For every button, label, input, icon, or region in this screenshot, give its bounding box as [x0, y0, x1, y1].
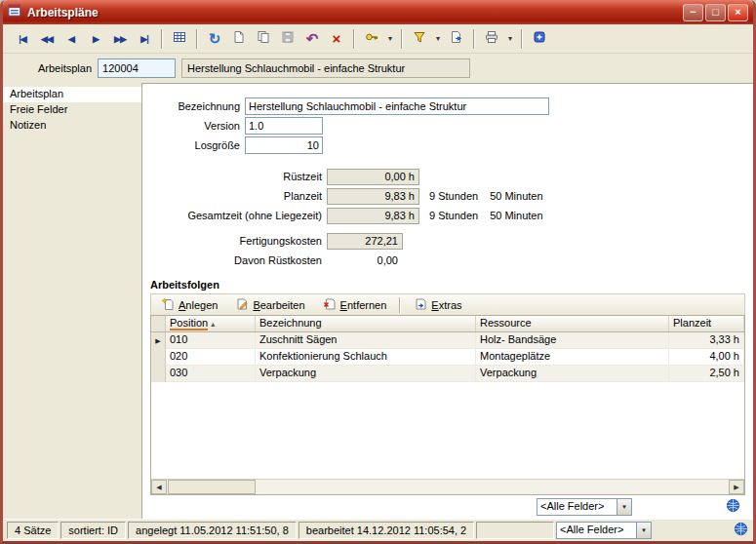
column-header-planzeit[interactable]: Planzeit [669, 316, 744, 331]
status-help-button[interactable] [732, 522, 749, 539]
key-button[interactable] [360, 27, 383, 51]
save-button[interactable] [276, 27, 299, 51]
bezeichnung-input[interactable] [245, 97, 549, 115]
refresh-button[interactable]: ↻ [203, 27, 226, 51]
new-document-icon [232, 30, 246, 47]
extras-button[interactable]: Extras [406, 295, 469, 314]
gesamtzeit-row: Gesamtzeit (ohne Liegezeit) 9,83 h 9 Stu… [150, 207, 745, 224]
minimize-button[interactable]: − [683, 4, 703, 21]
table-row[interactable]: 020 Konfektionierung Schlauch Montageplä… [151, 349, 744, 366]
sidebar-item-freie-felder[interactable]: Freie Felder [3, 102, 141, 118]
field-filter-dropdown-button[interactable]: ▾ [617, 499, 631, 515]
status-filter-dropdown-button[interactable]: ▾ [636, 523, 651, 538]
main-panel: Bezeichnung Version Losgröße Rüstzeit 0,… [141, 83, 753, 519]
module-button[interactable] [528, 27, 551, 51]
print-dropdown-button[interactable]: ▾ [504, 27, 516, 51]
table-empty-area [151, 382, 744, 479]
copy-record-button[interactable] [252, 27, 275, 51]
scrollbar-thumb[interactable] [168, 480, 256, 494]
anlegen-button[interactable]: Anlegen [153, 295, 225, 314]
arbeitsplan-number-input[interactable] [98, 58, 176, 78]
spacer [654, 522, 730, 539]
bearbeiten-label: Bearbeiten [253, 299, 304, 311]
nav-next-icon: ▶ [93, 34, 99, 44]
maximize-button[interactable]: □ [705, 4, 726, 21]
status-filter-value: <Alle Felder> [557, 523, 636, 538]
new-record-button[interactable] [227, 27, 251, 51]
delete-button[interactable]: × [325, 27, 348, 51]
filter-dropdown-button[interactable]: ▾ [432, 27, 444, 51]
window-body: Arbeitsplan Freie Felder Notizen Bezeich… [3, 83, 753, 519]
gesamtzeit-value: 9,83 h [327, 208, 419, 224]
row-marker-gutter [151, 366, 166, 382]
scroll-right-button[interactable]: ▶ [729, 480, 744, 494]
titlebar[interactable]: Arbeitspläne − □ × [3, 0, 753, 24]
export-button[interactable] [445, 27, 468, 51]
field-filter-combo[interactable]: <Alle Felder> ▾ [537, 498, 632, 516]
sidebar-item-arbeitsplan[interactable]: Arbeitsplan [3, 87, 141, 102]
cell-position: 030 [166, 366, 256, 382]
nav-first-button[interactable]: |◀ [11, 27, 34, 51]
statusbar: 4 Sätze sortiert: ID angelegt 11.05.2012… [3, 519, 753, 541]
column-header-bezeichnung[interactable]: Bezeichnung [256, 316, 476, 331]
nav-fast-prev-button[interactable]: ◀◀ [35, 27, 59, 51]
horizontal-scrollbar[interactable]: ◀ ▶ [151, 479, 744, 494]
cell-bezeichnung: Verpackung [256, 366, 476, 382]
undo-button[interactable]: ↶ [300, 27, 324, 51]
arbeitsplan-label: Arbeitsplan [38, 62, 92, 74]
toolbar-separator [161, 29, 163, 49]
nav-next-button[interactable]: ▶ [84, 27, 107, 51]
scroll-left-button[interactable]: ◀ [151, 480, 167, 494]
arbeitsfolgen-actions: Anlegen Bearbeiten [150, 293, 745, 315]
entfernen-button[interactable]: Entfernen [315, 295, 395, 314]
sidebar: Arbeitsplan Freie Felder Notizen [3, 83, 141, 519]
print-button[interactable] [480, 27, 503, 51]
nav-fast-next-button[interactable]: ▶▶ [108, 27, 132, 51]
version-input[interactable] [245, 117, 323, 135]
fertigungskosten-value: 272,21 [327, 233, 403, 250]
nav-prev-button[interactable]: ◀ [60, 27, 83, 51]
window-buttons: − □ × [683, 4, 748, 21]
bezeichnung-label: Bezeichnung [150, 100, 240, 112]
ruestkosten-row: Davon Rüstkosten 0,00 [150, 252, 745, 269]
arbeitsfolgen-title: Arbeitsfolgen [150, 279, 745, 291]
ruestzeit-row: Rüstzeit 0,00 h [150, 168, 745, 185]
delete-icon: × [333, 30, 341, 47]
table-row[interactable]: ▶ 010 Zuschnitt Sägen Holz- Bandsäge 3,3… [151, 332, 744, 349]
cell-position: 020 [166, 349, 256, 366]
spacer [150, 156, 745, 168]
list-view-button[interactable] [168, 27, 191, 51]
filter-button[interactable] [408, 27, 431, 51]
row-marker-gutter [151, 349, 166, 366]
sidebar-item-notizen[interactable]: Notizen [3, 118, 141, 134]
column-header-position[interactable]: Position▴ [166, 316, 256, 331]
extras-icon [414, 297, 427, 313]
arbeitsfolgen-table: Position▴ Bezeichnung Ressource Planzeit… [150, 315, 745, 495]
planzeit-row: Planzeit 9,83 h 9 Stunden 50 Minuten [150, 187, 745, 205]
table-help-button[interactable] [724, 498, 741, 516]
column-header-ressource[interactable]: Ressource [476, 316, 669, 331]
close-button[interactable]: × [728, 4, 748, 21]
losgroesse-input[interactable] [245, 136, 323, 154]
planzeit-minutes: 50 Minuten [490, 190, 542, 202]
toolbar-separator [196, 29, 198, 49]
losgroesse-label: Losgröße [150, 139, 240, 151]
version-row: Version [150, 117, 745, 135]
cell-ressource: Verpackung [476, 366, 669, 382]
current-row-marker-icon: ▶ [151, 332, 166, 349]
key-dropdown-button[interactable]: ▾ [384, 27, 396, 51]
toolbar-separator [353, 29, 355, 49]
app-window: Arbeitspläne − □ × |◀ ◀◀ ◀ ▶ ▶▶ ▶| ↻ [0, 0, 756, 544]
row-marker-header [151, 316, 166, 331]
extras-label: Extras [431, 299, 461, 311]
table-row[interactable]: 030 Verpackung Verpackung 2,50 h [151, 366, 744, 382]
nav-last-button[interactable]: ▶| [133, 27, 156, 51]
anlegen-icon [161, 297, 175, 313]
nav-fast-prev-icon: ◀◀ [41, 34, 53, 44]
status-filter-combo[interactable]: <Alle Felder> ▾ [556, 522, 652, 539]
printer-icon [485, 30, 498, 47]
bearbeiten-button[interactable]: Bearbeiten [227, 295, 312, 314]
main-toolbar: |◀ ◀◀ ◀ ▶ ▶▶ ▶| ↻ [3, 24, 753, 54]
scrollbar-track[interactable] [256, 480, 729, 494]
export-document-icon [450, 30, 463, 47]
